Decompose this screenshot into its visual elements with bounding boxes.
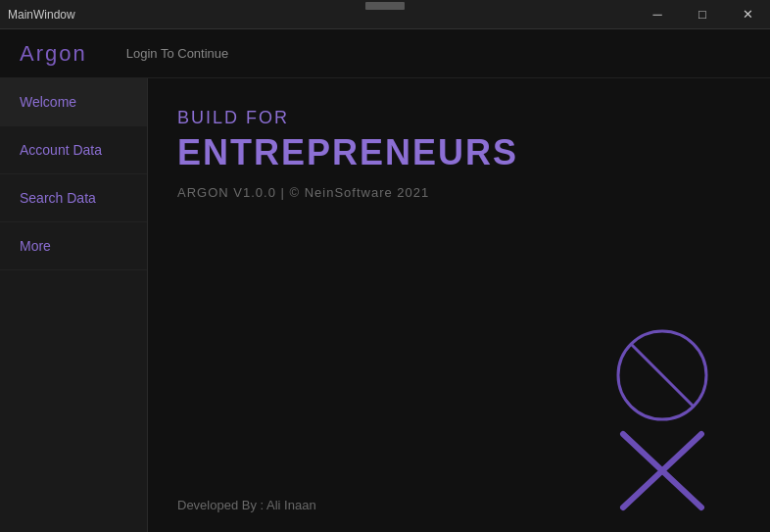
minimize-button[interactable]: ─ xyxy=(635,0,680,29)
maximize-button[interactable]: □ xyxy=(680,0,725,29)
version-label: ARGON V1.0.0 | © NeinSoftware 2021 xyxy=(177,185,770,200)
build-for-label: BUILD FOR xyxy=(177,108,770,128)
content-area: BUILD FOR ENTREPRENEURS ARGON V1.0.0 | ©… xyxy=(148,78,770,532)
logo-graphic xyxy=(594,316,731,512)
title-bar-left: MainWindow xyxy=(8,8,75,22)
title-bar: MainWindow ─ □ ✕ xyxy=(0,0,770,29)
app-area: Argon Login To Continue Welcome Account … xyxy=(0,29,770,532)
main-layout: Welcome Account Data Search Data More BU… xyxy=(0,78,770,532)
sidebar-item-welcome[interactable]: Welcome xyxy=(0,78,147,126)
login-link[interactable]: Login To Continue xyxy=(126,46,229,61)
sidebar-item-more[interactable]: More xyxy=(0,222,147,270)
close-button[interactable]: ✕ xyxy=(725,0,770,29)
sidebar-item-account-data[interactable]: Account Data xyxy=(0,126,147,174)
footer-text: Developed By : Ali Inaan xyxy=(177,498,316,512)
svg-line-1 xyxy=(631,344,694,407)
entrepreneurs-label: ENTREPRENEURS xyxy=(177,132,770,173)
app-logo: Argon xyxy=(20,41,87,67)
window-controls: ─ □ ✕ xyxy=(635,0,770,29)
title-bar-text: MainWindow xyxy=(8,8,75,22)
sidebar: Welcome Account Data Search Data More xyxy=(0,78,148,532)
sidebar-item-search-data[interactable]: Search Data xyxy=(0,174,147,222)
app-icon xyxy=(365,2,405,10)
app-header: Argon Login To Continue xyxy=(0,29,770,78)
